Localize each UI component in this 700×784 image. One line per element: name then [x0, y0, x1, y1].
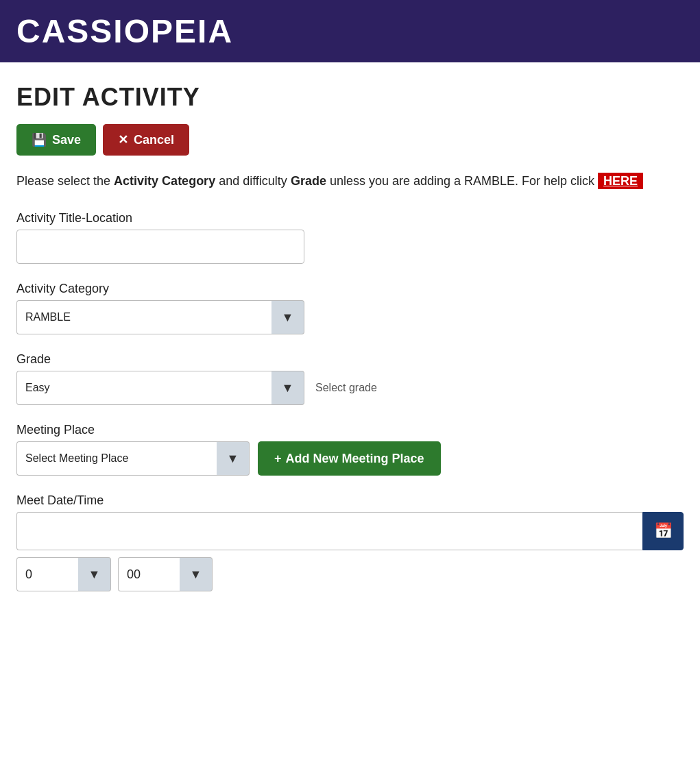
meeting-place-chevron[interactable]: ▼: [217, 441, 250, 476]
activity-category-chevron[interactable]: ▼: [271, 300, 304, 334]
grade-emphasis: Grade: [291, 174, 326, 188]
save-label: Save: [52, 133, 81, 147]
meet-datetime-group: Meet Date/Time 📅 0 ▼ 00 ▼: [16, 493, 684, 591]
grade-hint: Select grade: [315, 382, 377, 394]
activity-category-display[interactable]: RAMBLE: [16, 300, 271, 334]
grade-display[interactable]: Easy: [16, 371, 271, 405]
meet-datetime-label: Meet Date/Time: [16, 493, 684, 508]
help-prefix: Please select the: [16, 174, 114, 188]
activity-category-group: Activity Category RAMBLE ▼: [16, 282, 684, 334]
activity-title-group: Activity Title-Location: [16, 211, 684, 264]
hour-display[interactable]: 0: [16, 557, 78, 591]
app-title: CASSIOPEIA: [16, 13, 233, 49]
activity-category-label: Activity Category: [16, 282, 684, 296]
meeting-place-group: Meeting Place Select Meeting Place ▼ + A…: [16, 423, 684, 476]
page-title: EDIT ACTIVITY: [16, 83, 684, 112]
calendar-button[interactable]: 📅: [642, 512, 684, 550]
hour-select-wrapper: 0 ▼: [16, 557, 111, 591]
help-text: Please select the Activity Category and …: [16, 172, 684, 191]
datetime-input[interactable]: [16, 512, 642, 550]
activity-category-emphasis: Activity Category: [114, 174, 215, 188]
meeting-place-label: Meeting Place: [16, 423, 684, 437]
chevron-down-icon: ▼: [227, 452, 239, 466]
cancel-button[interactable]: ✕ Cancel: [103, 124, 189, 156]
cancel-icon: ✕: [118, 132, 128, 147]
calendar-icon: 📅: [654, 522, 673, 540]
activity-title-label: Activity Title-Location: [16, 211, 684, 225]
chevron-down-icon: ▼: [88, 567, 101, 582]
meeting-place-row: Select Meeting Place ▼ + Add New Meeting…: [16, 441, 684, 476]
action-buttons: 💾 Save ✕ Cancel: [16, 124, 684, 156]
help-here-link[interactable]: HERE: [598, 173, 643, 189]
cancel-label: Cancel: [134, 133, 174, 147]
chevron-down-icon: ▼: [190, 567, 202, 582]
help-middle: and difficulty: [215, 174, 291, 188]
grade-row: Easy ▼ Select grade: [16, 371, 684, 405]
minute-select-wrapper: 00 ▼: [118, 557, 213, 591]
grade-group: Grade Easy ▼ Select grade: [16, 352, 684, 405]
activity-title-input[interactable]: [16, 230, 304, 264]
add-meeting-place-button[interactable]: + Add New Meeting Place: [258, 441, 441, 476]
plus-icon: +: [274, 452, 282, 466]
chevron-down-icon: ▼: [282, 381, 294, 395]
add-meeting-place-label: Add New Meeting Place: [286, 452, 424, 466]
meeting-place-select-wrapper: Select Meeting Place ▼: [16, 441, 250, 476]
minute-display[interactable]: 00: [118, 557, 180, 591]
time-row: 0 ▼ 00 ▼: [16, 557, 684, 591]
main-content: EDIT ACTIVITY 💾 Save ✕ Cancel Please sel…: [0, 62, 700, 637]
chevron-down-icon: ▼: [282, 310, 294, 325]
grade-select-wrapper: Easy ▼: [16, 371, 304, 405]
datetime-input-wrapper: 📅: [16, 512, 684, 550]
help-suffix: unless you are adding a RAMBLE. For help…: [326, 174, 598, 188]
grade-chevron[interactable]: ▼: [271, 371, 304, 405]
activity-category-select-wrapper: RAMBLE ▼: [16, 300, 304, 334]
grade-label: Grade: [16, 352, 684, 367]
app-header: CASSIOPEIA: [0, 0, 700, 62]
save-icon: 💾: [32, 132, 47, 147]
minute-chevron[interactable]: ▼: [180, 557, 213, 591]
save-button[interactable]: 💾 Save: [16, 124, 96, 156]
hour-chevron[interactable]: ▼: [78, 557, 111, 591]
meeting-place-display[interactable]: Select Meeting Place: [16, 441, 217, 476]
